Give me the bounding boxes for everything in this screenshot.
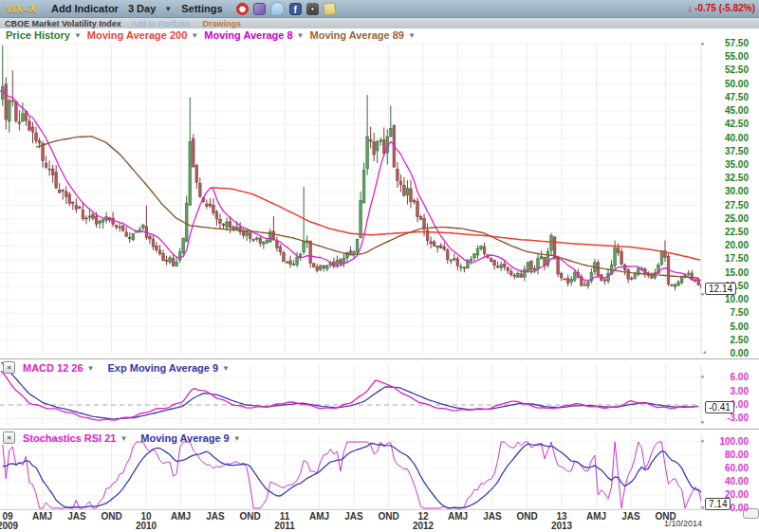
- main-y-tick: 7.50: [707, 308, 749, 318]
- alarm-clock-icon[interactable]: [236, 3, 249, 15]
- x-axis-year: 2013: [545, 521, 579, 531]
- main-y-tick: 50.00: [707, 80, 749, 89]
- library-icon[interactable]: [253, 3, 266, 15]
- macd-overlay-title[interactable]: Exp Moving Average 9: [108, 362, 219, 374]
- legend-ma89[interactable]: Moving Average 89 ▼: [310, 29, 416, 41]
- legend-label: Moving Average 8: [204, 29, 292, 41]
- x-axis-year: 2011: [268, 521, 302, 531]
- stoch-y-tick: 40.00: [707, 477, 749, 486]
- chart-canvas[interactable]: [0, 0, 759, 532]
- x-axis-tick: JAS: [337, 511, 371, 522]
- price-change-indicator: ↓ -0.75 (-5.82%): [688, 2, 755, 13]
- x-axis-tick: OND: [510, 511, 545, 522]
- axis-scroll-arrow[interactable]: ◂: [700, 40, 704, 47]
- macd-y-tick: -3.00: [707, 413, 749, 423]
- series-legend: Price History ▼ Moving Average 200 ▼ Mov…: [0, 28, 759, 42]
- main-y-tick: 27.50: [707, 201, 749, 211]
- main-y-tick: 32.50: [707, 174, 749, 183]
- period-caret-icon[interactable]: ▼: [164, 5, 172, 13]
- main-y-tick: 35.00: [707, 160, 749, 170]
- main-y-tick: 30.00: [707, 187, 749, 196]
- axis-scroll-arrow[interactable]: ◂: [700, 290, 704, 298]
- chevron-down-icon[interactable]: ▼: [74, 31, 82, 40]
- stoch-overlay-title[interactable]: Moving Average 9: [140, 432, 229, 444]
- stoch-panel-header: × Stochastics RSI 21 ▼ Moving Average 9 …: [3, 431, 241, 444]
- chevron-down-icon[interactable]: ▼: [222, 364, 230, 373]
- legend-label: Moving Average 200: [87, 29, 188, 41]
- settings-button[interactable]: Settings: [181, 3, 222, 14]
- x-axis-tick: OND: [233, 511, 268, 522]
- add-indicator-button[interactable]: Add Indicator: [51, 3, 119, 14]
- stoch-lines: [3, 442, 702, 508]
- notes-icon[interactable]: [323, 2, 336, 15]
- axis-scroll-arrow[interactable]: ◂: [700, 504, 704, 511]
- stoch-title[interactable]: Stochastics RSI 21: [23, 432, 116, 444]
- legend-ma8[interactable]: Moving Average 8 ▼: [204, 29, 304, 41]
- macd-title[interactable]: MACD 12 26: [23, 362, 83, 374]
- end-date-label: 1/10/2014: [664, 519, 702, 528]
- charting-app: VIX--X Add Indicator 3 Day ▼ Settings f …: [0, 0, 759, 532]
- x-axis-tick: AMJ: [164, 511, 198, 522]
- axis-scroll-arrow[interactable]: ▴: [703, 348, 707, 356]
- close-icon[interactable]: ×: [3, 431, 15, 444]
- x-axis-tick: AMJ: [26, 511, 60, 522]
- main-y-tick: 55.00: [707, 52, 749, 62]
- toolbar-icons: f: [236, 2, 336, 16]
- macd-y-tick: 3.00: [707, 387, 749, 396]
- x-axis-tick: JAS: [60, 511, 94, 522]
- chat-icon[interactable]: [270, 2, 285, 16]
- main-y-tick: 20.00: [707, 241, 749, 250]
- stoch-last-value-box: 7.14: [705, 498, 731, 510]
- chevron-down-icon[interactable]: ▼: [87, 364, 95, 373]
- add-to-portfolio-link[interactable]: Add to Portfolio: [131, 19, 190, 28]
- chevron-down-icon[interactable]: ▼: [120, 434, 127, 443]
- candles: [1, 46, 703, 291]
- instrument-name: CBOE Market Volatility Index: [5, 19, 121, 28]
- change-text: -0.75 (-5.82%): [694, 3, 755, 13]
- macd-panel-header: × MACD 12 26 ▼ Exp Moving Average 9 ▼: [3, 361, 230, 374]
- x-axis-tick: JAS: [475, 511, 509, 522]
- macd-y-tick: 6.00: [707, 373, 749, 382]
- chevron-down-icon[interactable]: ▼: [233, 434, 241, 443]
- chevron-down-icon[interactable]: ▼: [297, 31, 305, 40]
- axis-scroll-arrow[interactable]: ◂: [700, 418, 704, 426]
- x-axis-tick: OND: [372, 511, 406, 522]
- x-axis-tick: AMJ: [303, 511, 337, 522]
- last-price-box: 12.14: [705, 283, 736, 295]
- close-icon[interactable]: ×: [3, 361, 15, 374]
- stoch-y-tick: 80.00: [707, 450, 749, 460]
- chevron-down-icon[interactable]: ▼: [408, 31, 416, 40]
- stoch-y-tick: 100.00: [707, 437, 749, 447]
- x-axis-year: 2009: [0, 521, 25, 531]
- camera-icon[interactable]: [306, 3, 319, 15]
- main-y-tick: 10.00: [707, 295, 749, 304]
- main-y-tick: 42.50: [707, 119, 749, 129]
- legend-ma200[interactable]: Moving Average 200 ▼: [87, 29, 198, 41]
- main-y-tick: 47.50: [707, 93, 749, 102]
- x-axis-tick: OND: [95, 511, 129, 522]
- sub-header: CBOE Market Volatility Index Add to Port…: [0, 18, 759, 28]
- period-dropdown[interactable]: 3 Day: [128, 3, 156, 14]
- chevron-down-icon[interactable]: ▼: [191, 31, 198, 40]
- symbol-label: VIX--X: [6, 3, 42, 14]
- stoch-y-tick: 60.00: [707, 464, 749, 473]
- drawings-link[interactable]: Drawings: [202, 19, 241, 28]
- legend-price-history[interactable]: Price History ▼: [6, 29, 82, 41]
- x-axis-year: 2012: [406, 521, 440, 531]
- main-y-tick: 5.00: [707, 322, 749, 332]
- legend-label: Price History: [6, 29, 70, 41]
- main-y-tick: 45.00: [707, 106, 749, 116]
- main-y-tick: 40.00: [707, 134, 749, 143]
- panel-separator: [0, 358, 759, 359]
- main-y-tick: 15.00: [707, 268, 749, 278]
- macd-last-value-box: -0.41: [705, 401, 734, 413]
- x-axis-tick: JAS: [614, 511, 648, 522]
- axis-scroll-arrow[interactable]: ◂: [700, 373, 704, 380]
- main-y-tick: 57.50: [707, 39, 749, 48]
- main-y-tick: 17.50: [707, 254, 749, 264]
- top-toolbar: VIX--X Add Indicator 3 Day ▼ Settings f …: [0, 0, 759, 18]
- axis-scroll-arrow[interactable]: ◂: [700, 437, 704, 445]
- main-y-tick: 22.50: [707, 228, 749, 237]
- facebook-icon[interactable]: f: [289, 3, 302, 15]
- x-axis-tick: AMJ: [580, 511, 614, 522]
